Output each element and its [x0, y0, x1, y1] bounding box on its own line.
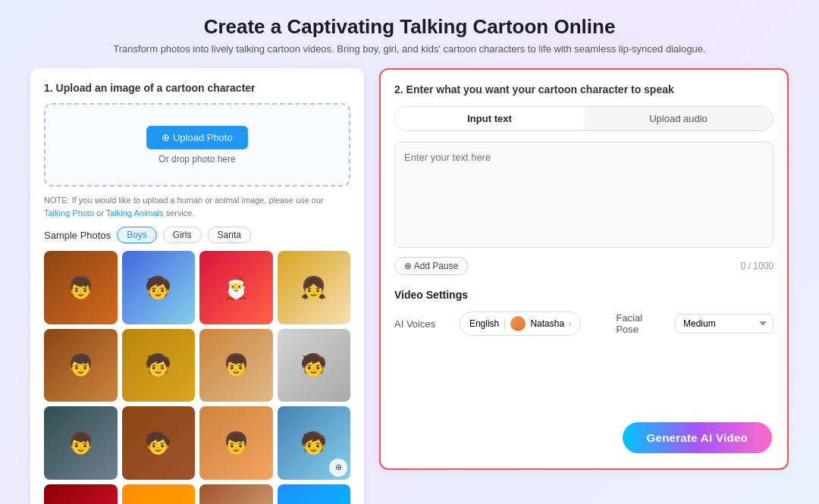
page-title: Create a Captivating Talking Cartoon Onl…: [30, 15, 789, 39]
tab-input-text[interactable]: Input text: [395, 107, 584, 130]
voice-lang: English: [469, 318, 499, 329]
list-item[interactable]: 🧒 ⊕: [278, 406, 351, 480]
sample-section: Sample Photos Boys Girls Santa: [44, 227, 350, 243]
photo-grid: 👦 🧒 🎅 👧 👦 🧒 👦 🧒 👦 🧒 👦 🧒 ⊕ 👦 🧒 👦 🧒: [44, 251, 350, 504]
upload-drop-area[interactable]: ⊕ Upload Photo Or drop photo here: [44, 103, 350, 186]
note-text: NOTE: If you would like to upload a huma…: [44, 194, 350, 219]
tab-upload-audio[interactable]: Upload audio: [584, 107, 773, 130]
generate-ai-video-button[interactable]: Generate AI Video: [623, 422, 772, 453]
list-item[interactable]: 👦: [199, 406, 273, 480]
crosshair-icon: ⊕: [329, 459, 347, 477]
list-item[interactable]: 🧒: [278, 329, 351, 402]
list-item[interactable]: 👦: [44, 329, 118, 402]
sample-btn-girls[interactable]: Girls: [163, 227, 202, 243]
talking-photo-link[interactable]: Talking Photo: [44, 208, 94, 218]
left-section-title: 1. Upload an image of a cartoon characte…: [44, 82, 350, 94]
talking-animals-link[interactable]: Talking Animals: [106, 208, 164, 218]
facial-pose-label: Facial Pose: [616, 312, 667, 335]
textarea-footer: ⊕ Add Pause 0 / 1000: [394, 257, 774, 275]
drop-text: Or drop photo here: [158, 154, 235, 164]
page-wrapper: Create a Captivating Talking Cartoon Onl…: [0, 0, 819, 504]
facial-pose-group: Facial Pose Medium Low High: [616, 312, 774, 335]
voice-avatar: [510, 316, 526, 331]
left-panel: 1. Upload an image of a cartoon characte…: [30, 68, 364, 504]
list-item[interactable]: 🧒: [122, 406, 196, 480]
chevron-right-icon: ›: [569, 320, 571, 328]
list-item[interactable]: 🎅: [199, 251, 273, 324]
list-item[interactable]: 👦: [199, 484, 273, 505]
list-item[interactable]: 🧒: [122, 251, 196, 324]
list-item[interactable]: 👦: [199, 329, 273, 402]
video-settings-title: Video Settings: [394, 289, 774, 301]
list-item[interactable]: 🧒: [278, 484, 351, 505]
sample-btn-boys[interactable]: Boys: [117, 227, 157, 243]
ai-voices-label: AI Voices: [394, 318, 447, 330]
text-input[interactable]: [394, 142, 774, 248]
list-item[interactable]: 👧: [278, 251, 351, 324]
voice-selector[interactable]: English | Natasha ›: [460, 311, 582, 336]
add-pause-button[interactable]: ⊕ Add Pause: [394, 257, 468, 275]
generate-btn-row: Generate AI Video: [623, 422, 772, 453]
char-count: 0 / 1000: [741, 261, 774, 271]
right-panel: 2. Enter what you want your cartoon char…: [379, 68, 789, 470]
page-subtitle: Transform photos into lively talking car…: [30, 43, 789, 55]
list-item[interactable]: 👦: [44, 251, 118, 324]
list-item[interactable]: 👦: [44, 484, 118, 505]
main-content: 1. Upload an image of a cartoon characte…: [30, 68, 789, 504]
right-section-title: 2. Enter what you want your cartoon char…: [394, 83, 774, 95]
pose-select[interactable]: Medium Low High: [675, 314, 774, 333]
sample-btn-santa[interactable]: Santa: [208, 227, 251, 243]
list-item[interactable]: 👦: [44, 406, 118, 480]
sample-label: Sample Photos: [44, 230, 111, 241]
page-header: Create a Captivating Talking Cartoon Onl…: [30, 15, 789, 55]
voice-name: Natasha: [530, 318, 564, 329]
settings-row: AI Voices English | Natasha › Facial Pos…: [394, 311, 774, 336]
upload-photo-button[interactable]: ⊕ Upload Photo: [146, 126, 247, 149]
list-item[interactable]: 🧒: [122, 484, 196, 505]
list-item[interactable]: 🧒: [122, 329, 196, 402]
tab-row: Input text Upload audio: [394, 106, 774, 131]
